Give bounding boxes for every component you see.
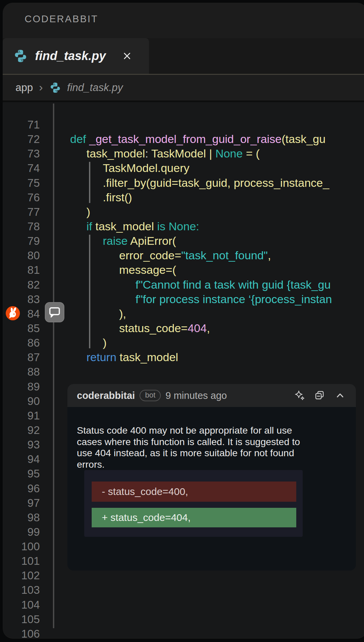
- line-number: 72: [3, 132, 40, 146]
- line-number: 76: [3, 190, 40, 205]
- comment-bubble-icon[interactable]: [45, 302, 64, 322]
- line-number: 99: [3, 525, 40, 539]
- line-number: 78: [3, 219, 40, 234]
- code-line: f"for process instance ‘{process_instan: [135, 292, 332, 307]
- line-number: 75: [3, 176, 40, 190]
- breadcrumb-filename[interactable]: find_task.py: [67, 82, 123, 94]
- line-number: 74: [3, 161, 40, 175]
- coderabbit-rabbit-icon[interactable]: [5, 306, 20, 321]
- line-number: 105: [3, 612, 40, 626]
- breadcrumb-folder[interactable]: app: [16, 82, 33, 94]
- line-number: 106: [3, 626, 40, 638]
- comment-body-line: cases where this function is called. It …: [77, 436, 346, 448]
- line-number: 102: [3, 568, 40, 583]
- code-line: TaskModel.query: [103, 161, 189, 175]
- code-line: def _get_task_model_from_guid_or_raise(t…: [70, 132, 326, 146]
- line-number: 73: [3, 146, 40, 161]
- line-number: 90: [3, 394, 40, 408]
- collapse-chevron-icon[interactable]: [334, 390, 346, 401]
- code-line: ),: [119, 307, 126, 321]
- line-number: 89: [3, 379, 40, 394]
- diff-removed-line: - status_code=400,: [92, 482, 296, 502]
- line-number: 79: [3, 234, 40, 248]
- code-line: f"Cannot find a task with guid {task_gu: [135, 278, 331, 292]
- comment-body-line: errors.: [77, 459, 346, 470]
- chevron-right-icon: ›: [39, 81, 43, 94]
- code-line: raise ApiError(: [103, 234, 176, 248]
- code-line: error_code="task_not_found",: [119, 248, 271, 263]
- python-icon: [49, 81, 62, 94]
- gutter-divider: [53, 104, 54, 628]
- app-title: CODERABBIT: [25, 13, 98, 25]
- python-icon: [13, 48, 28, 64]
- line-number: 88: [3, 364, 40, 379]
- line-number: 81: [3, 263, 40, 277]
- line-number: 85: [3, 321, 40, 335]
- line-number: 94: [3, 452, 40, 466]
- line-number: 93: [3, 437, 40, 452]
- comment-actions: [294, 390, 346, 401]
- code-line: ): [87, 205, 90, 219]
- breadcrumb: app › find_task.py: [3, 75, 364, 100]
- line-number: 87: [3, 350, 40, 364]
- comment-author: coderabbitai: [77, 390, 135, 401]
- code-line: .filter_by(guid=task_guid, process_insta…: [103, 176, 329, 190]
- line-number: 83: [3, 292, 40, 307]
- line-number: 86: [3, 335, 40, 350]
- code-line: return task_model: [87, 350, 178, 364]
- code-line: if task_model is None:: [87, 219, 200, 234]
- review-comment-card: coderabbitai bot 9 minutes ago: [67, 384, 356, 571]
- bot-badge: bot: [140, 390, 161, 401]
- comment-body-text: Status code 400 may not be appropriate f…: [77, 425, 346, 470]
- line-number: 92: [3, 423, 40, 437]
- close-icon[interactable]: [121, 50, 133, 62]
- comment-body-line: use 404 instead, as it is more suitable …: [77, 447, 346, 459]
- indent-guide: [89, 162, 90, 203]
- diff-added-line: + status_code=404,: [92, 508, 296, 527]
- code-line: .first(): [103, 190, 132, 205]
- line-number: 91: [3, 408, 40, 423]
- indent-guide: [89, 235, 90, 348]
- line-number: 97: [3, 496, 40, 510]
- tab-find-task[interactable]: find_task.py: [3, 38, 149, 74]
- line-number: 95: [3, 466, 40, 481]
- comment-timestamp: 9 minutes ago: [165, 390, 227, 401]
- line-number: 77: [3, 205, 40, 219]
- tab-filename: find_task.py: [35, 49, 106, 63]
- code-line: task_model: TaskModel | None = (: [87, 146, 260, 161]
- line-number: 98: [3, 510, 40, 525]
- line-number: 101: [3, 554, 40, 568]
- diff-suggestion-block: - status_code=400, + status_code=404,: [84, 470, 303, 537]
- code-line: status_code=404,: [119, 321, 210, 335]
- code-line: ): [103, 335, 107, 350]
- line-number: 104: [3, 597, 40, 612]
- comment-header: coderabbitai bot 9 minutes ago: [67, 384, 356, 407]
- code-line: message=(: [119, 263, 176, 277]
- line-number: 82: [3, 278, 40, 292]
- copy-icon[interactable]: [314, 390, 326, 401]
- comment-body-line: Status code 400 may not be appropriate f…: [77, 425, 346, 436]
- line-number: 80: [3, 248, 40, 263]
- line-number: 103: [3, 583, 40, 597]
- line-number: 96: [3, 481, 40, 496]
- line-number: 71: [3, 117, 40, 132]
- code-editor: 7172737475767778798081828384858687888990…: [3, 102, 364, 638]
- line-number: 100: [3, 539, 40, 554]
- sparkles-icon[interactable]: [294, 390, 305, 401]
